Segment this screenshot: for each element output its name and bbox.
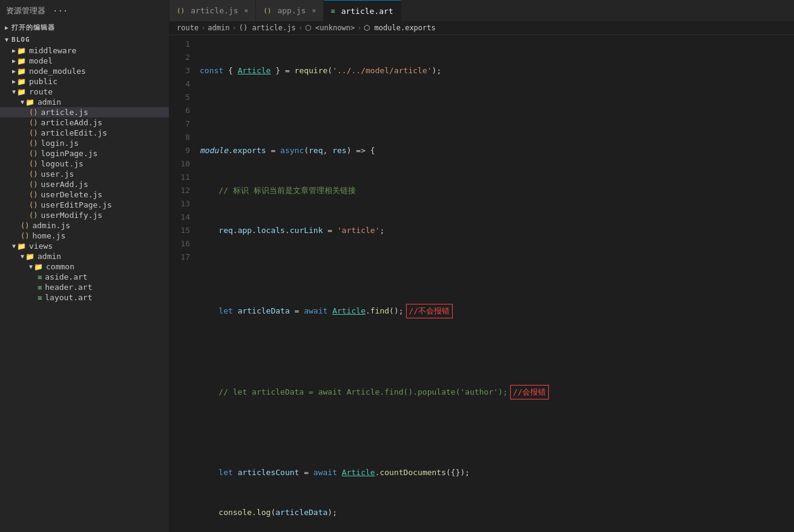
aside-art-label: aside.art [45, 272, 169, 281]
sidebar-item-route[interactable]: ▼ 📁 route [0, 87, 169, 97]
tab-article-js[interactable]: () article.js ✕ [169, 0, 256, 21]
js-icon-home-js: () [21, 232, 29, 240]
open-editors-label: 打开的编辑器 [11, 23, 55, 32]
sidebar-item-article-edit[interactable]: () articleEdit.js [0, 128, 169, 138]
admin-js-label: admin.js [32, 221, 169, 230]
route-label: route [29, 87, 169, 96]
node-modules-label: node_modules [29, 67, 169, 76]
open-editors-arrow: ▶ [5, 24, 9, 31]
blog-label: BLOG [11, 36, 30, 44]
sidebar-item-user-delete[interactable]: () userDelete.js [0, 189, 169, 200]
sidebar-item-login[interactable]: () login.js [0, 138, 169, 148]
views-admin-arrow: ▼ [21, 253, 24, 260]
tab-close-app-js[interactable]: ✕ [312, 7, 316, 15]
sidebar-item-middleware[interactable]: ▶ 📁 middleware [0, 45, 169, 56]
tab-close-article-js[interactable]: ✕ [244, 7, 249, 15]
sidebar-item-views-admin[interactable]: ▼ 📁 admin [0, 251, 169, 261]
common-arrow: ▼ [29, 263, 33, 270]
user-edit-page-label: userEditPage.js [41, 200, 169, 209]
code-line-10 [200, 426, 794, 439]
sidebar-item-login-page[interactable]: () loginPage.js [0, 148, 169, 159]
sidebar-item-header-art[interactable]: ≡ header.art [0, 282, 169, 292]
user-modify-label: userModify.js [41, 211, 169, 220]
sidebar-item-user-edit-page[interactable]: () userEditPage.js [0, 200, 169, 210]
views-label: views [29, 241, 169, 251]
code-line-12: console.log(articleData); [200, 506, 794, 519]
breadcrumb-unknown: ⬡ <unknown> [305, 24, 355, 32]
tab-article-art[interactable]: ≡ article.art [324, 0, 401, 21]
sidebar-item-home-js[interactable]: () home.js [0, 231, 169, 241]
sidebar-item-views[interactable]: ▼ 📁 views [0, 241, 169, 251]
user-add-label: userAdd.js [41, 180, 169, 189]
js-icon-login-page: () [29, 149, 38, 158]
js-icon-user-modify: () [29, 211, 38, 220]
js-icon-article-edit: () [29, 129, 38, 137]
sidebar-item-user-modify[interactable]: () userModify.js [0, 210, 169, 220]
tab-app-js[interactable]: () app.js ✕ [256, 0, 324, 21]
sidebar-item-logout[interactable]: () logout.js [0, 159, 169, 169]
top-bar: 资源管理器 ··· () article.js ✕ () app.js ✕ ≡ … [0, 0, 794, 21]
more-actions-icon[interactable]: ··· [53, 6, 68, 16]
sidebar-item-public[interactable]: ▶ 📁 public [0, 76, 169, 87]
sidebar-item-node-modules[interactable]: ▶ 📁 node_modules [0, 66, 169, 76]
code-line-5: req.app.locals.curLink = 'article'; [200, 224, 794, 237]
sidebar-item-aside-art[interactable]: ≡ aside.art [0, 272, 169, 282]
art-icon-aside: ≡ [38, 273, 42, 281]
js-icon-logout: () [29, 160, 38, 168]
article-js-label: article.js [41, 108, 169, 117]
views-arrow: ▼ [12, 243, 16, 249]
code-line-9: // let articleData = await Article.find(… [200, 385, 794, 399]
route-arrow: ▼ [12, 88, 16, 95]
js-file-icon: () [177, 7, 185, 15]
explorer-header: 资源管理器 ··· [0, 0, 169, 21]
sidebar-item-admin[interactable]: ▼ 📁 admin [0, 97, 169, 107]
js-file-icon-2: () [263, 7, 271, 15]
js-icon-user-edit-page: () [29, 201, 38, 209]
sidebar-item-user[interactable]: () user.js [0, 169, 169, 179]
public-arrow: ▶ [12, 78, 16, 85]
header-art-label: header.art [45, 283, 169, 292]
code-line-8 [200, 345, 794, 358]
user-delete-label: userDelete.js [41, 190, 169, 199]
breadcrumb-sep-2: › [232, 24, 236, 32]
home-js-label: home.js [32, 231, 169, 240]
tab-label-article-art: article.art [341, 7, 393, 16]
sidebar-item-model[interactable]: ▶ 📁 model [0, 56, 169, 66]
open-editors-header[interactable]: ▶ 打开的编辑器 [0, 21, 169, 34]
tab-label-app-js: app.js [277, 6, 306, 15]
js-icon-article: () [29, 108, 38, 117]
sidebar-item-layout-art[interactable]: ≡ layout.art [0, 292, 169, 303]
js-icon-user-add: () [29, 180, 38, 189]
blog-section-header[interactable]: ▼ BLOG [0, 34, 169, 45]
model-label: model [29, 56, 169, 65]
line-numbers: 1 2 3 4 5 6 7 8 9 10 11 12 13 14 15 16 1 [169, 38, 200, 532]
tab-label-article-js: article.js [191, 6, 238, 15]
folder-icon-common: 📁 [34, 263, 43, 271]
sidebar-item-article-add[interactable]: () articleAdd.js [0, 117, 169, 128]
sidebar-item-article-js[interactable]: () article.js [0, 107, 169, 117]
logout-label: logout.js [41, 159, 169, 168]
breadcrumb-route: route [177, 24, 198, 32]
folder-icon-views-admin: 📁 [25, 252, 34, 261]
article-add-label: articleAdd.js [41, 118, 169, 127]
folder-icon-model: 📁 [17, 57, 26, 65]
folder-icon-node-modules: 📁 [17, 67, 26, 76]
code-line-3: module.exports = async(req, res) => { [200, 144, 794, 157]
js-icon-login: () [29, 139, 38, 148]
js-icon-article-add: () [29, 119, 38, 127]
login-page-label: loginPage.js [41, 149, 169, 158]
public-label: public [29, 77, 169, 86]
editor-panel: route › admin › () article.js › ⬡ <unkno… [169, 21, 794, 532]
explorer-label: 资源管理器 [6, 5, 45, 16]
login-label: login.js [41, 139, 169, 148]
breadcrumb-sep-4: › [357, 24, 361, 32]
admin-label: admin [38, 97, 169, 107]
folder-icon-views: 📁 [17, 242, 26, 251]
code-editor[interactable]: 1 2 3 4 5 6 7 8 9 10 11 12 13 14 15 16 1 [169, 35, 794, 532]
breadcrumb-module-exports: ⬡ module.exports [364, 24, 435, 32]
folder-icon-public: 📁 [17, 77, 26, 86]
code-lines: const { Article } = require('../../model… [200, 38, 794, 532]
sidebar-item-user-add[interactable]: () userAdd.js [0, 179, 169, 189]
sidebar-item-common[interactable]: ▼ 📁 common [0, 261, 169, 272]
sidebar-item-admin-js[interactable]: () admin.js [0, 220, 169, 231]
